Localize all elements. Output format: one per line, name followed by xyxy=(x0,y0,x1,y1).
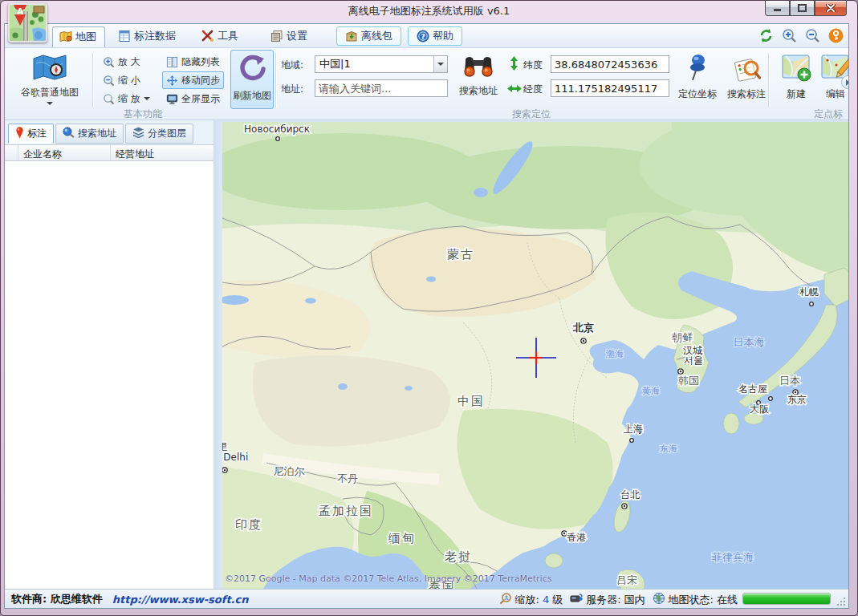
new-marker-button[interactable]: 新建 xyxy=(777,50,815,106)
search-address-label: 搜索地址 xyxy=(459,84,498,98)
column-company[interactable]: 企业名称 xyxy=(18,145,111,160)
svg-text:渤海: 渤海 xyxy=(605,349,624,359)
move-sync-button[interactable]: 移动同步 xyxy=(162,71,224,89)
region-dropdown-button[interactable] xyxy=(433,56,447,72)
map-viewport[interactable]: Новосибирск札幌蒙古中国北京渤海朝鲜汉城서울韩国日本海黄海名古屋日本东… xyxy=(222,122,848,590)
panel-tab-search-address[interactable]: 搜索地址 xyxy=(55,124,124,144)
tab-help-label: 帮助 xyxy=(433,29,453,43)
svg-text:中国: 中国 xyxy=(457,394,485,408)
offline-package-icon xyxy=(345,30,358,43)
tab-offline-package[interactable]: 离线包 xyxy=(336,26,401,46)
group-label-basic: 基本功能 xyxy=(124,107,162,121)
settings-icon xyxy=(270,30,283,43)
svg-text:德里: 德里 xyxy=(222,441,228,452)
region-label: 地域: xyxy=(281,59,303,72)
tab-annotation-data[interactable]: 标注数据 xyxy=(112,26,184,47)
panel-tab-layers[interactable]: 分类图层 xyxy=(125,124,193,144)
client-frame: 地图 标注数据 工具 设置 xyxy=(4,23,849,609)
svg-text:Новосибирск: Новосибирск xyxy=(244,124,310,135)
tab-help[interactable]: ? 帮助 xyxy=(408,26,462,46)
search-address-button[interactable]: 搜索地址 xyxy=(451,50,506,106)
svg-text:?: ? xyxy=(421,33,425,41)
help-icon: ? xyxy=(417,30,429,43)
binoculars-icon xyxy=(462,54,494,82)
map-type-button[interactable]: 谷歌普通地图 xyxy=(11,50,88,107)
tab-settings[interactable]: 设置 xyxy=(264,26,315,47)
region-select[interactable]: 中国|1 xyxy=(315,55,448,73)
tab-map[interactable]: 地图 xyxy=(52,26,105,47)
tab-tools[interactable]: 工具 xyxy=(195,26,246,47)
svg-text:上海: 上海 xyxy=(624,424,643,435)
panel-splitter[interactable] xyxy=(213,120,222,589)
move-sync-label: 移动同步 xyxy=(181,74,220,87)
panel-tab-marker[interactable]: 标注 xyxy=(8,124,54,144)
svg-text:日本: 日本 xyxy=(779,375,800,387)
resize-grip[interactable] xyxy=(836,596,845,606)
globe-icon xyxy=(653,592,665,607)
login-key-icon[interactable] xyxy=(828,28,844,43)
fullscreen-button[interactable]: 全屏显示 xyxy=(162,90,224,107)
svg-text:黄海: 黄海 xyxy=(642,386,660,396)
data-table-icon xyxy=(118,30,131,43)
address-input[interactable] xyxy=(315,79,448,97)
minimize-button[interactable] xyxy=(765,1,790,16)
marker-table-header: 企业名称 经营地址 xyxy=(5,144,213,161)
latitude-icon xyxy=(509,56,519,74)
main-menu-bar: 地图 标注数据 工具 设置 xyxy=(5,24,848,48)
panel-tab-marker-label: 标注 xyxy=(27,127,47,140)
locate-coords-label: 定位坐标 xyxy=(678,87,717,101)
zoom-in-icon[interactable] xyxy=(782,28,797,43)
tab-tools-label: 工具 xyxy=(218,29,238,43)
column-address[interactable]: 经营地址 xyxy=(111,145,213,160)
window-title: 离线电子地图标注系统试用版 v6.1 xyxy=(348,5,510,17)
vendor-text: 软件商: 欣思维软件 xyxy=(11,592,103,606)
svg-text:东海: 东海 xyxy=(660,444,677,454)
svg-text:不丹: 不丹 xyxy=(337,472,358,484)
svg-text:大阪: 大阪 xyxy=(750,403,769,415)
zoom-status-icon xyxy=(499,593,512,607)
svg-text:香港: 香港 xyxy=(567,532,586,543)
sync-icon[interactable] xyxy=(758,28,774,43)
tab-offline-package-label: 离线包 xyxy=(361,29,392,43)
maximize-button[interactable] xyxy=(790,1,815,16)
longitude-input[interactable] xyxy=(551,79,669,97)
fullscreen-label: 全屏显示 xyxy=(181,92,220,106)
map-type-label: 谷歌普通地图 xyxy=(21,86,79,99)
svg-text:朝鲜: 朝鲜 xyxy=(672,331,693,343)
svg-text:印度: 印度 xyxy=(235,517,262,532)
row-selector-column xyxy=(5,145,18,160)
zoom-in-button[interactable]: 放 大 xyxy=(99,53,144,71)
svg-text:A: A xyxy=(17,7,23,16)
refresh-map-icon xyxy=(237,54,267,87)
svg-text:台北: 台北 xyxy=(620,489,640,500)
layers-icon xyxy=(132,127,144,140)
zoom-out-button[interactable]: 缩 小 xyxy=(99,71,144,89)
latitude-input[interactable] xyxy=(551,55,669,73)
svg-text:东京: 东京 xyxy=(787,394,807,405)
ribbon-overflow-button[interactable] xyxy=(841,75,849,89)
red-pin-icon xyxy=(15,127,24,141)
group-separator xyxy=(275,53,276,107)
vendor-url[interactable]: http://www.xsw-soft.cn xyxy=(112,594,249,606)
search-marker-button[interactable]: 搜索标注 xyxy=(724,50,769,106)
tab-map-label: 地图 xyxy=(75,30,96,44)
locate-coords-button[interactable]: 定位坐标 xyxy=(674,50,721,106)
svg-text:尼泊尔: 尼泊尔 xyxy=(274,465,305,477)
marker-table-body[interactable] xyxy=(5,161,213,589)
server-value: 国内 xyxy=(624,593,645,607)
close-button[interactable] xyxy=(815,1,847,16)
pushpin-icon xyxy=(685,54,710,85)
hide-list-button[interactable]: 隐藏列表 xyxy=(162,53,224,71)
svg-text:菲律宾海: 菲律宾海 xyxy=(712,551,754,563)
zoom-level-button[interactable]: 缩 放 xyxy=(99,90,154,107)
svg-text:老挝: 老挝 xyxy=(445,549,472,564)
ribbon-toolbar: 谷歌普通地图 放 大 缩 小 缩 放 隐藏列表 xyxy=(5,48,848,120)
tab-settings-label: 设置 xyxy=(287,29,307,43)
refresh-map-button[interactable]: 刷新地图 xyxy=(230,50,274,109)
app-window: 离线电子地图标注系统试用版 v6.1 A xyxy=(0,0,858,616)
map-tab-icon xyxy=(59,30,72,43)
svg-text:日本海: 日本海 xyxy=(734,336,765,348)
title-bar[interactable]: 离线电子地图标注系统试用版 v6.1 xyxy=(1,1,857,23)
zoom-out-icon[interactable] xyxy=(805,28,820,43)
address-label: 地址: xyxy=(281,83,303,96)
